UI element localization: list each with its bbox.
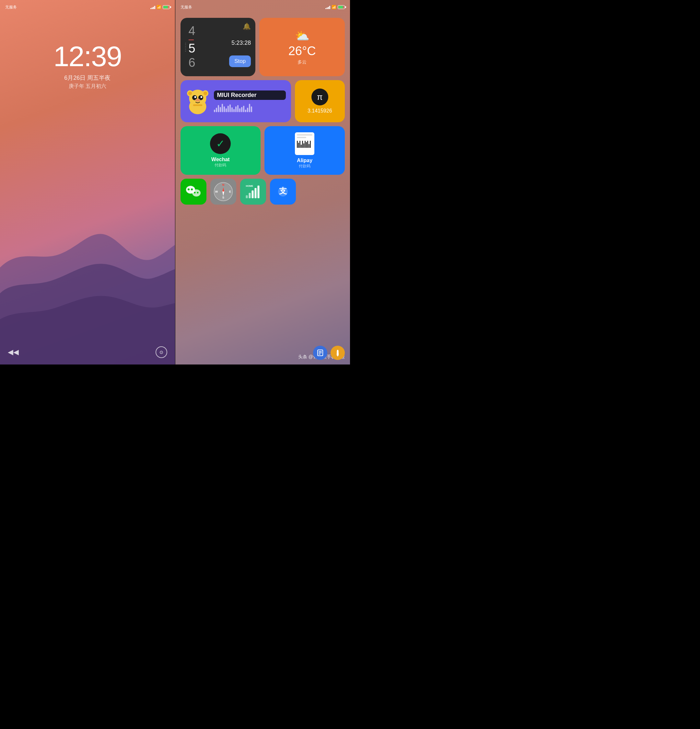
camera-button[interactable]: ⊙ xyxy=(155,346,167,358)
right-status-bar: 无服务 📶 xyxy=(175,0,350,12)
home-screen: 无服务 📶 xyxy=(175,0,350,364)
wechat-app-icon[interactable] xyxy=(181,179,206,205)
lock-screen-date: 6月26日 周五半夜 xyxy=(0,74,175,82)
recorder-title: MIUI Recorder xyxy=(214,90,286,100)
svg-rect-35 xyxy=(319,353,322,353)
recorder-waveform xyxy=(214,103,286,112)
right-battery-icon xyxy=(338,5,345,9)
wechat-label: Wechat xyxy=(211,157,230,163)
alipay-widget[interactable]: Alipay 付款码 xyxy=(264,126,345,175)
clock-widget[interactable]: 4 5 6 🔔 5:23:28 Stop xyxy=(181,18,256,76)
svg-rect-36 xyxy=(319,354,320,354)
svg-point-10 xyxy=(195,99,200,102)
widget-row-2: MIUI Recorder xyxy=(181,80,345,122)
svg-text:N: N xyxy=(222,183,224,186)
svg-text:S: S xyxy=(222,196,224,199)
lock-screen-controls: ◀◀ ⊙ xyxy=(0,346,175,358)
wechat-check-icon: ✓ xyxy=(210,133,231,154)
left-status-icons: 📶 xyxy=(150,5,170,9)
app-icons-row: N S W E HOME xyxy=(181,179,345,205)
svg-rect-27 xyxy=(249,193,251,199)
pi-symbol: π xyxy=(317,92,323,102)
pi-circle-icon: π xyxy=(312,89,328,105)
widget-row-3: ✓ Wechat 付款码 xyxy=(181,126,345,175)
clock-num-top: 4 xyxy=(188,24,196,38)
alarm-bell-icon: 🔔 xyxy=(243,22,251,30)
alipay-sublabel: 付款码 xyxy=(299,163,310,169)
timer-display: 5:23:28 xyxy=(231,39,251,46)
svg-rect-38 xyxy=(337,353,339,356)
stop-button[interactable]: Stop xyxy=(229,55,251,67)
svg-rect-26 xyxy=(246,195,248,198)
svg-point-15 xyxy=(192,189,201,196)
svg-point-13 xyxy=(188,189,190,190)
clock-right-panel: 🔔 5:23:28 Stop xyxy=(218,18,255,76)
svg-rect-28 xyxy=(251,190,254,198)
svg-point-17 xyxy=(197,192,199,194)
alipay-app-icon[interactable]: 支 xyxy=(270,179,296,205)
right-signal-icon xyxy=(325,5,330,9)
weather-widget[interactable]: ⛅ 26°C 多云 xyxy=(259,18,345,76)
wifi-icon: 📶 xyxy=(157,5,161,9)
right-wifi-icon: 📶 xyxy=(332,5,336,9)
clock-active-line xyxy=(188,39,194,40)
recorder-info: MIUI Recorder xyxy=(214,90,286,112)
svg-marker-37 xyxy=(337,350,339,353)
right-status-icons: 📶 xyxy=(325,5,345,9)
svg-rect-34 xyxy=(319,351,322,352)
bottom-right-icons xyxy=(313,346,345,360)
clock-numbers: 4 5 6 xyxy=(181,18,218,76)
alipay-receipt-icon xyxy=(295,132,314,155)
pi-widget[interactable]: π 3.1415926 xyxy=(295,80,345,122)
svg-rect-30 xyxy=(257,186,259,198)
right-status-text: 无服务 xyxy=(181,4,192,10)
home-app-icon[interactable]: HOME xyxy=(240,179,266,205)
svg-point-5 xyxy=(203,91,207,95)
signal-icon xyxy=(150,5,155,9)
compass-app-icon[interactable]: N S W E xyxy=(210,179,236,205)
svg-text:W: W xyxy=(215,190,218,193)
svg-point-14 xyxy=(191,189,193,190)
svg-point-9 xyxy=(200,96,202,98)
recorder-mascot-icon xyxy=(186,87,210,116)
wechat-sublabel: 付款码 xyxy=(214,163,226,168)
svg-text:E: E xyxy=(229,190,231,193)
wechat-pay-widget[interactable]: ✓ Wechat 付款码 xyxy=(181,126,261,175)
widget-row-1: 4 5 6 🔔 5:23:28 Stop ⛅ 26°C 多 xyxy=(181,18,345,76)
svg-point-16 xyxy=(194,192,196,194)
lock-screen-time-area: 12:39 6月26日 周五半夜 庚子年 五月初六 xyxy=(0,42,175,90)
svg-rect-29 xyxy=(254,188,257,199)
svg-point-3 xyxy=(188,91,191,95)
left-status-bar: 无服务 📶 xyxy=(0,0,175,12)
clock-num-bot: 6 xyxy=(188,56,196,70)
weather-description: 多云 xyxy=(297,60,307,65)
notes-icon[interactable] xyxy=(313,346,327,360)
svg-point-8 xyxy=(194,96,196,98)
alipay-label: Alipay xyxy=(297,158,312,163)
battery-icon xyxy=(163,5,170,9)
weather-temperature: 26°C xyxy=(288,44,316,58)
svg-text:HOME: HOME xyxy=(246,184,253,187)
lock-screen: 无服务 📶 12:39 6月26日 周五半夜 庚子年 五月初六 ◀◀ ⊙ xyxy=(0,0,175,364)
svg-text:支: 支 xyxy=(279,186,287,195)
lock-screen-lunar: 庚子年 五月初六 xyxy=(0,83,175,90)
widgets-area: 4 5 6 🔔 5:23:28 Stop ⛅ 26°C 多 xyxy=(181,18,345,209)
pi-value: 3.1415926 xyxy=(307,108,332,114)
svg-rect-11 xyxy=(193,105,202,106)
weather-icon: ⛅ xyxy=(295,29,310,43)
left-status-text: 无服务 xyxy=(5,4,17,10)
flashlight-icon[interactable] xyxy=(330,346,345,360)
recorder-widget[interactable]: MIUI Recorder xyxy=(181,80,291,122)
clock-num-mid: 5 xyxy=(188,42,196,56)
lock-screen-time: 12:39 xyxy=(0,42,175,71)
back-button[interactable]: ◀◀ xyxy=(8,348,19,356)
